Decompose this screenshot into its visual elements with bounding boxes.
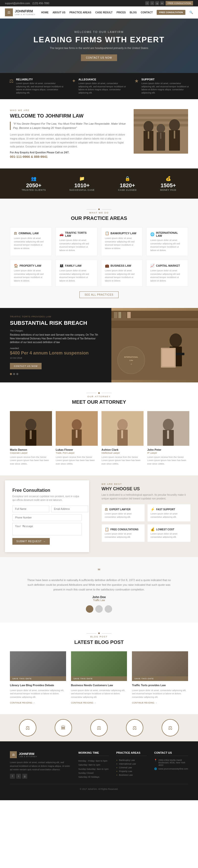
nav-home[interactable]: Home <box>41 11 49 14</box>
practice-divider <box>10 209 188 210</box>
feature-allegiance-text: Lorem ipsum dolor sit amet, consectetur … <box>79 82 126 94</box>
facebook-icon[interactable]: f <box>145 1 149 5</box>
stat-money-label: MONEY PAID <box>160 189 176 191</box>
footer-contact-title: CONTACT US <box>154 751 188 756</box>
who-label: WHO WE ARE <box>10 109 126 112</box>
hero-cta-btn[interactable]: CONTACT US NOW <box>81 55 117 61</box>
footer-facebook-icon[interactable]: f <box>10 774 15 779</box>
footer-google-icon[interactable]: g <box>22 774 27 779</box>
hero-content: WELCOME TO OUR LAWFIRM LEADING FIRMS WIT… <box>33 30 165 61</box>
footer-practice-bankruptcy[interactable]: Bankruptcy Law <box>116 759 147 762</box>
svg-rect-43 <box>121 430 123 438</box>
stat-cases-label: SUCCESSFUL CASE <box>69 189 94 191</box>
footer-practice-business[interactable]: Business Law <box>116 774 147 776</box>
blog-read-more-2[interactable]: Continue Reading → <box>71 702 96 704</box>
nav-contact[interactable]: Contact <box>141 11 153 14</box>
feature-allegiance-title: ALLEGIANCE <box>79 78 126 81</box>
consultation-title: Free Consultation <box>12 488 82 493</box>
testimonial-avatar-2[interactable] <box>95 605 103 613</box>
footer-practice-title: PRACTICE AREAS <box>116 751 147 756</box>
footer-hours-col: WORKING TIME Monday - Friday: 9am to 5pm… <box>78 751 109 779</box>
footer-about-col: ⚖ JOHNFIRM LAW & ATTORNEY Lorem ipsum do… <box>10 751 71 779</box>
blog-read-more-3[interactable]: Continue Reading → <box>132 702 157 704</box>
international-law-text: Lorem ipsum dolor sit amet consectetur a… <box>150 239 184 252</box>
feature-support-text: Lorem ipsum dolor sit amet, consectetur … <box>141 82 189 94</box>
john-text: Lorem ipsum receive from the Senior Lore… <box>147 456 189 466</box>
svg-rect-27 <box>162 349 174 366</box>
badge-4: ⚖ <box>126 719 143 736</box>
top-bar: support@johnfirm.com (123) 456-7890 f t … <box>0 0 198 6</box>
nav-about[interactable]: About Us <box>53 11 65 14</box>
blog-post-title-3: Traffic Torts provides Law <box>132 683 188 687</box>
badge-3: ⚖ <box>90 719 108 736</box>
case-tag: TRAFFIC TORTS PROVIDES LAW <box>10 315 102 318</box>
email-input[interactable] <box>51 506 88 512</box>
linkedin-icon[interactable]: in <box>160 1 164 5</box>
capital-market-text: Lorem ipsum dolor sit amet consectetur a… <box>150 269 184 282</box>
testimonial-avatar-3[interactable] <box>105 605 112 613</box>
testimonial-avatar-1[interactable] <box>86 605 93 613</box>
blog-section: BLOG POST LATEST BLOG POST SAVE THIS DAT… <box>0 623 198 714</box>
family-law-title: 👨‍👩‍👧 FAMILY LAW <box>59 264 93 268</box>
nav-free-consultation-btn[interactable]: FREE CONSULTATION <box>157 10 186 15</box>
nav-blog[interactable]: Blog <box>130 11 137 14</box>
badge-5: ⚖ <box>162 719 179 736</box>
navigation: ⚖ JOHNFIRM LAW & ATTORNEY Home About Us … <box>0 6 198 19</box>
google-icon[interactable]: g <box>155 1 159 5</box>
practice-card-capital: 📈 CAPITAL MARKET Lorem ipsum dolor sit a… <box>146 260 188 286</box>
footer-practice-international[interactable]: International Law <box>116 763 147 765</box>
submit-request-btn[interactable]: SUBMIT REQUEST → <box>12 538 50 545</box>
ashton-text: Lorem ipsum receive from the Senior Lore… <box>102 456 144 466</box>
footer-address: 📍 2350-2354 Myrtle Hartd Boulevard, 8036… <box>154 759 188 766</box>
top-free-consultation-btn[interactable]: FREE CONSULTATION <box>166 1 193 5</box>
lukas-photo <box>56 411 98 446</box>
attorney-grid: Mario Damon Corporate Lawyer Lorem ipsum… <box>10 411 188 466</box>
badges-section: ⚖ 🏛 ⚖ ⚖ ⚖ <box>0 714 198 741</box>
case-title: SUBSTANTIAL RISK BREACH <box>10 320 102 326</box>
lukas-illustration <box>56 411 98 446</box>
logo-text: JOHNFIRM <box>15 9 35 13</box>
case-dot-3[interactable] <box>16 373 18 375</box>
message-input[interactable] <box>12 523 82 535</box>
who-we-are-image <box>134 109 188 159</box>
nav-case[interactable]: Case Result <box>95 11 113 14</box>
svg-rect-20 <box>127 312 131 318</box>
free-consultations-icon: 📋 <box>105 527 109 531</box>
international-law-icon: 🌐 <box>150 232 154 236</box>
footer-twitter-icon[interactable]: t <box>16 774 21 779</box>
blog-overlay-2: SAVE THIS DATE <box>71 676 127 681</box>
case-study-content: TRAFFIC TORTS PROVIDES LAW SUBSTANTIAL R… <box>0 308 111 382</box>
expert-lawyer-title: ⚖ EXPERT LAWYER <box>105 507 142 511</box>
case-contact-btn[interactable]: CONTACT US NOW <box>10 363 41 369</box>
divider-line-right <box>102 209 112 210</box>
attorney-label: OUR ATTORNEY <box>10 395 188 398</box>
nav-practice[interactable]: Practice Areas <box>69 11 91 14</box>
case-dot-2[interactable] <box>13 373 15 375</box>
footer-practice-criminal[interactable]: Criminal Law <box>116 766 147 769</box>
svg-rect-21 <box>132 312 136 318</box>
bankruptcy-law-text: Lorem ipsum dolor sit amet consectetur a… <box>105 237 139 250</box>
search-icon[interactable]: 🔍 <box>189 11 193 14</box>
lowest-cost-title: 💰 LOWEST COST <box>150 527 187 531</box>
see-all-practices-btn[interactable]: SEE ALL PRACTICES <box>80 291 119 298</box>
phone-input[interactable] <box>12 514 82 521</box>
mario-photo <box>10 411 52 446</box>
nav-prices[interactable]: Prices <box>117 11 126 14</box>
who-text: Lorem ipsum dolor sit amet, consectetur … <box>10 133 126 149</box>
feature-support: ★ SUPPORT Lorem ipsum dolor sit amet, co… <box>134 78 189 94</box>
why-lowest-cost: 💰 LOWEST COST Lorem ipsum dolor sit amet… <box>147 524 191 542</box>
mario-name: Mario Damon <box>10 448 52 451</box>
case-dot-1[interactable] <box>10 373 12 375</box>
svg-rect-47 <box>167 430 169 439</box>
stat-clients-number: 2050+ <box>22 182 46 189</box>
twitter-icon[interactable]: t <box>150 1 154 5</box>
mario-role: Corporate Lawyer <box>10 452 52 454</box>
case-charges-label: The Charges: <box>10 330 102 332</box>
stat-closed-label: CASE CLOSED <box>118 189 137 191</box>
name-input[interactable] <box>12 506 49 512</box>
blog-read-more-1[interactable]: Continue Reading → <box>10 702 35 704</box>
case-study-image: INTERNATIONAL LAw ⚖ <box>111 308 198 382</box>
team-illustration <box>134 109 188 154</box>
practice-card-business: 💼 BUSINESS LAW Lorem ipsum dolor sit ame… <box>101 260 143 286</box>
footer-practice-property[interactable]: Property Law <box>116 770 147 773</box>
